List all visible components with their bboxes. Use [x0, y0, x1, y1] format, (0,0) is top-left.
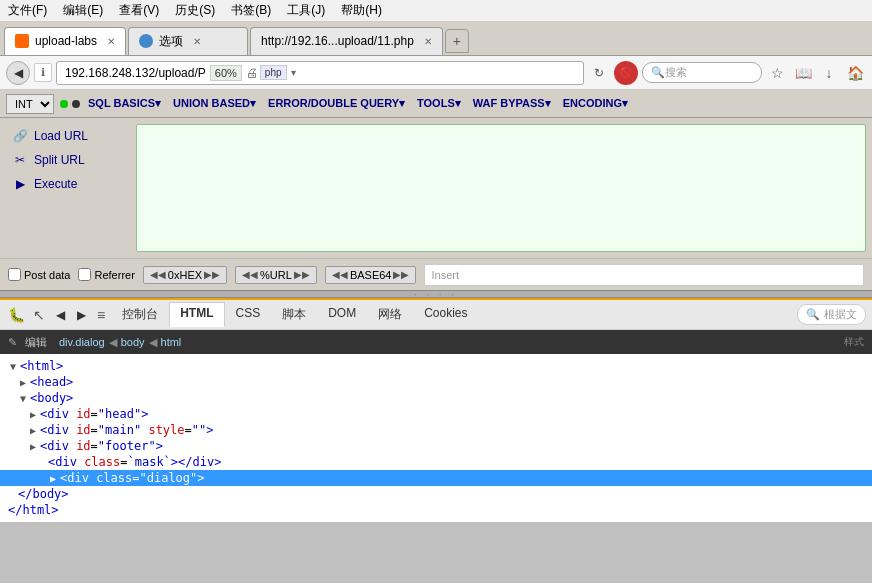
url-encode-btn[interactable]: ◀◀ %URL ▶▶ — [235, 266, 317, 284]
menu-view[interactable]: 查看(V) — [119, 2, 159, 19]
back-button[interactable]: ◀ — [6, 61, 30, 85]
toggle-body[interactable]: ▼ — [18, 393, 28, 404]
toolbar-error-double[interactable]: ERROR/DOUBLE QUERY▾ — [262, 95, 411, 112]
nav-icons: ☆ 📖 ↓ 🏠 — [766, 62, 866, 84]
dom-line-main-div[interactable]: ▶ <div id = "main" style = "" > — [0, 422, 872, 438]
dom-space-4 — [77, 455, 84, 469]
dom-space-2 — [69, 423, 76, 437]
dom-line-mask-div[interactable]: <div class = `mask` > </div> — [0, 454, 872, 470]
menu-history[interactable]: 历史(S) — [175, 2, 215, 19]
toolbar-waf-bypass[interactable]: WAF BYPASS▾ — [467, 95, 557, 112]
referrer-checkbox[interactable]: Referrer — [78, 268, 134, 281]
toolbar-tools[interactable]: TOOLS▾ — [411, 95, 467, 112]
breadcrumb-edit-icon: ✎ — [8, 336, 17, 349]
devtools-back-btn[interactable]: ◀ — [51, 305, 70, 325]
toggle-main-div[interactable]: ▶ — [28, 425, 38, 436]
post-data-checkbox[interactable]: Post data — [8, 268, 70, 281]
plugin-select[interactable]: INT — [6, 94, 54, 114]
devtools-forward-btn[interactable]: ▶ — [72, 305, 91, 325]
menu-bookmarks[interactable]: 书签(B) — [231, 2, 271, 19]
search-box[interactable]: 🔍 搜索 — [642, 62, 762, 83]
menu-edit[interactable]: 编辑(E) — [63, 2, 103, 19]
devtools-tab-script[interactable]: 脚本 — [271, 302, 317, 327]
referrer-check[interactable] — [78, 268, 91, 281]
tab-upload-labs[interactable]: upload-labs ✕ — [4, 27, 126, 55]
devtools-list-icon[interactable]: ≡ — [95, 305, 107, 325]
download-button[interactable]: ↓ — [818, 62, 840, 84]
devtools-cursor-icon[interactable]: ↖ — [31, 305, 47, 325]
toggle-head[interactable]: ▶ — [18, 377, 28, 388]
dom-eq-1: = — [91, 407, 98, 421]
post-data-check[interactable] — [8, 268, 21, 281]
tab-php-page[interactable]: http://192.16...upload/11.php ✕ — [250, 27, 443, 55]
menu-file[interactable]: 文件(F) — [8, 2, 47, 19]
dark-dot-indicator — [72, 100, 80, 108]
dom-style-attr-2: style — [148, 423, 184, 437]
breadcrumb-body[interactable]: body — [121, 336, 145, 348]
devtools-tab-css[interactable]: CSS — [225, 302, 272, 327]
dom-style-val-2: "" — [192, 423, 206, 437]
dom-line-body-open[interactable]: ▼ <body> — [0, 390, 872, 406]
toolbar-menu: SQL BASICS▾ UNION BASED▾ ERROR/DOUBLE QU… — [82, 95, 634, 112]
insert-box[interactable]: Insert — [424, 264, 864, 286]
dom-line-head[interactable]: ▶ <head> — [0, 374, 872, 390]
split-url-button[interactable]: ✂ Split URL — [8, 150, 122, 170]
tab-favicon — [15, 34, 29, 48]
dom-line-head-div[interactable]: ▶ <div id = "head" > — [0, 406, 872, 422]
tab-options-close[interactable]: ✕ — [193, 36, 201, 47]
nav-info: ℹ — [34, 63, 52, 82]
reading-button[interactable]: 📖 — [792, 62, 814, 84]
dom-line-body-close[interactable]: </body> — [0, 486, 872, 502]
execute-label: Execute — [34, 177, 77, 191]
dom-line-html-close[interactable]: </html> — [0, 502, 872, 518]
stop-button[interactable]: 🚫 — [614, 61, 638, 85]
breadcrumb-dialog[interactable]: div.dialog — [59, 336, 105, 348]
dom-line-footer-div[interactable]: ▶ <div id = "footer" > — [0, 438, 872, 454]
dom-head-tag: <head> — [30, 375, 73, 389]
toolbar-sql-basics[interactable]: SQL BASICS▾ — [82, 95, 167, 112]
devtools-tab-dom[interactable]: DOM — [317, 302, 367, 327]
splitter-indicator: · · · · — [414, 290, 458, 299]
execute-button[interactable]: ▶ Execute — [8, 174, 122, 194]
toolbar-encoding[interactable]: ENCODING▾ — [557, 95, 634, 112]
base64-encode-btn[interactable]: ◀◀ BASE64 ▶▶ — [325, 266, 417, 284]
pane-splitter[interactable]: · · · · — [0, 290, 872, 298]
devtools-dom-content[interactable]: ▼ <html> ▶ <head> ▼ <body> ▶ <div id = "… — [0, 354, 872, 522]
menu-bar: 文件(F) 编辑(E) 查看(V) 历史(S) 书签(B) 工具(J) 帮助(H… — [0, 0, 872, 22]
tab-options[interactable]: 选项 ✕ — [128, 27, 248, 55]
toggle-head-div[interactable]: ▶ — [28, 409, 38, 420]
menu-help[interactable]: 帮助(H) — [341, 2, 382, 19]
dom-line-dialog-div[interactable]: ▶ <div class = "dialog" > — [0, 470, 872, 486]
devtools-inspect-icon[interactable]: 🐛 — [6, 305, 27, 325]
address-bar[interactable]: 192.168.248.132/upload/P 60% 🖨 php ▾ — [56, 61, 584, 85]
home-button[interactable]: 🏠 — [844, 62, 866, 84]
devtools-tab-cookies[interactable]: Cookies — [413, 302, 478, 327]
toggle-dialog-div[interactable]: ▶ — [48, 473, 58, 484]
breadcrumb-sep1: ◀ — [109, 336, 117, 349]
devtools-tab-console[interactable]: 控制台 — [111, 302, 169, 327]
dom-div-tag-4: <div — [48, 455, 77, 469]
refresh-button[interactable]: ↻ — [588, 62, 610, 84]
breadcrumb-html[interactable]: html — [161, 336, 182, 348]
toggle-html[interactable]: ▼ — [8, 361, 18, 372]
hex-encode-btn[interactable]: ◀◀ 0xHEX ▶▶ — [143, 266, 227, 284]
tab-close-button[interactable]: ✕ — [107, 36, 115, 47]
dom-div-tag-1: <div — [40, 407, 69, 421]
devtools-tab-network[interactable]: 网络 — [367, 302, 413, 327]
dom-id-val-3: "footer" — [98, 439, 156, 453]
tab-php-close[interactable]: ✕ — [424, 36, 432, 47]
load-url-button[interactable]: 🔗 Load URL — [8, 126, 122, 146]
dom-line-html-open[interactable]: ▼ <html> — [0, 358, 872, 374]
breadcrumb-sep2: ◀ — [149, 336, 157, 349]
bookmark-star-button[interactable]: ☆ — [766, 62, 788, 84]
breadcrumb-edit-label[interactable]: 编辑 — [25, 335, 47, 350]
devtools-tab-html[interactable]: HTML — [169, 302, 224, 327]
menu-tools[interactable]: 工具(J) — [287, 2, 325, 19]
devtools-search-box[interactable]: 🔍 根据文 — [797, 304, 866, 325]
toolbar-union-based[interactable]: UNION BASED▾ — [167, 95, 262, 112]
split-url-icon: ✂ — [12, 152, 28, 168]
new-tab-button[interactable]: + — [445, 29, 469, 53]
dom-id-val-2: "main" — [98, 423, 141, 437]
plugin-content-area[interactable] — [136, 124, 866, 252]
toggle-footer-div[interactable]: ▶ — [28, 441, 38, 452]
